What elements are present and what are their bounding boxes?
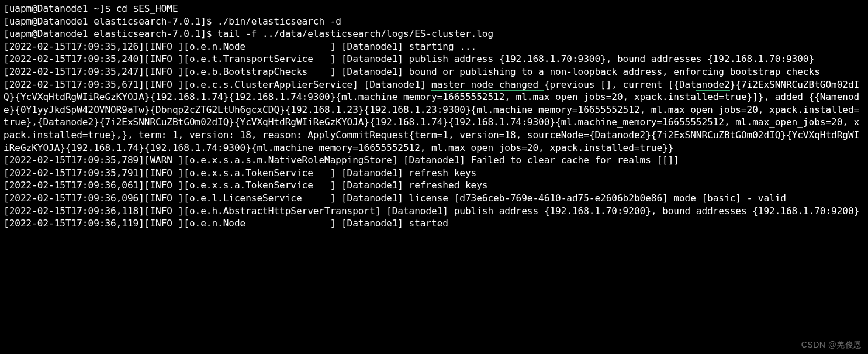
terminal-line: [2022-02-15T17:09:35,791][INFO ][o.e.x.s… bbox=[4, 167, 864, 180]
terminal-line: [2022-02-15T17:09:36,061][INFO ][o.e.x.s… bbox=[4, 179, 864, 192]
terminal-line: [uapm@Datanode1 ~]$ cd $ES_HOME bbox=[4, 2, 864, 15]
terminal-segment: master node changed bbox=[431, 79, 544, 91]
terminal-line: [2022-02-15T17:09:36,119][INFO ][o.e.n.N… bbox=[4, 217, 864, 230]
terminal-line: [uapm@Datanode1 elasticsearch-7.0.1]$ ta… bbox=[4, 28, 864, 40]
terminal-line: [2022-02-15T17:09:35,240][INFO ][o.e.t.T… bbox=[4, 53, 864, 66]
terminal-segment: anode2 bbox=[696, 79, 730, 91]
watermark-text: CSDN @羌俊恩 bbox=[801, 339, 862, 350]
terminal-line: [uapm@Datanode1 elasticsearch-7.0.1]$ ./… bbox=[4, 15, 864, 28]
terminal-line: [2022-02-15T17:09:36,118][INFO ][o.e.h.A… bbox=[4, 205, 864, 218]
terminal-line: [2022-02-15T17:09:35,789][WARN ][o.e.x.s… bbox=[4, 154, 864, 167]
terminal-line: [2022-02-15T17:09:36,096][INFO ][o.e.l.L… bbox=[4, 192, 864, 205]
terminal-line: [2022-02-15T17:09:35,247][INFO ][o.e.b.B… bbox=[4, 66, 864, 78]
terminal-output: [uapm@Datanode1 ~]$ cd $ES_HOME[uapm@Dat… bbox=[0, 0, 868, 232]
terminal-segment: {previous [], current [{Dat bbox=[544, 79, 696, 90]
terminal-line: [2022-02-15T17:09:35,126][INFO ][o.e.n.N… bbox=[4, 40, 864, 53]
terminal-segment: [2022-02-15T17:09:35,671][INFO ][o.e.c.s… bbox=[4, 79, 431, 90]
terminal-line: [2022-02-15T17:09:35,671][INFO ][o.e.c.s… bbox=[4, 78, 864, 154]
